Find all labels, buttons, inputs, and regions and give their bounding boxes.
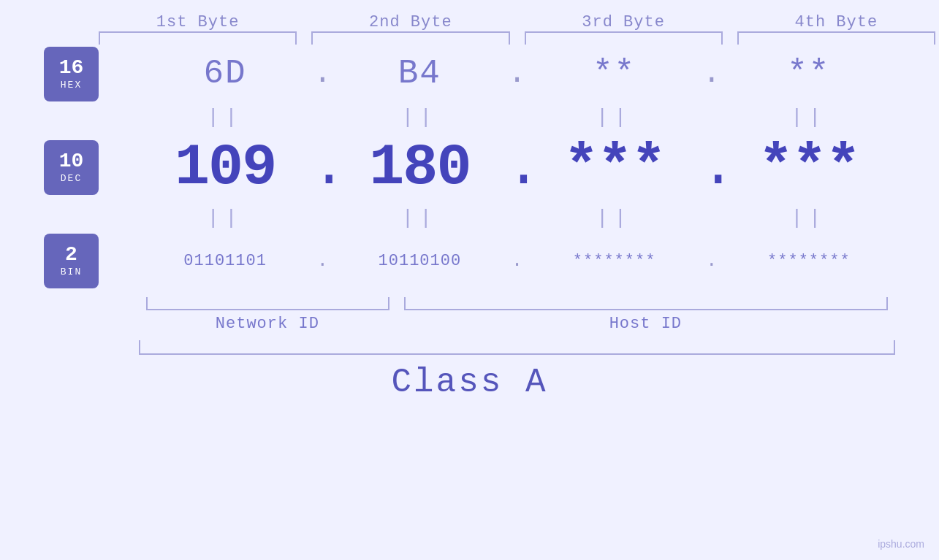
eq1-byte1: || bbox=[139, 106, 311, 129]
network-id-label: Network ID bbox=[146, 315, 389, 333]
dec-badge-base: DEC bbox=[61, 173, 82, 184]
bracket-byte2 bbox=[311, 31, 509, 45]
byte4-header: 4th Byte bbox=[730, 13, 939, 31]
bin-dot3: . bbox=[701, 250, 723, 272]
dec-row: 109 . 180 . *** . *** bbox=[139, 131, 895, 204]
bin-badge-base: BIN bbox=[61, 266, 82, 277]
eq2-byte3: || bbox=[528, 207, 701, 229]
eq2-byte4: || bbox=[723, 207, 895, 229]
bottom-section: Network ID Host ID Class A bbox=[44, 297, 895, 402]
hex-byte2: B4 bbox=[333, 55, 506, 93]
bin-byte4: ******** bbox=[723, 252, 895, 270]
byte3-header: 3rd Byte bbox=[517, 13, 730, 31]
dec-byte1: 109 bbox=[139, 134, 311, 201]
dec-dot2: . bbox=[506, 134, 528, 201]
hex-byte3: ** bbox=[528, 55, 701, 93]
byte2-header: 2nd Byte bbox=[304, 13, 517, 31]
dec-byte4: *** bbox=[723, 134, 895, 201]
dec-dot1: . bbox=[311, 134, 333, 201]
byte1-header: 1st Byte bbox=[91, 13, 304, 31]
dec-badge-num: 10 bbox=[59, 150, 84, 173]
class-label: Class A bbox=[44, 364, 895, 402]
dec-badge: 10 DEC bbox=[44, 140, 99, 195]
dec-byte3: *** bbox=[528, 134, 701, 201]
bracket-byte3 bbox=[525, 31, 723, 45]
eq2-byte2: || bbox=[333, 207, 506, 229]
byte-headers: 1st Byte 2nd Byte 3rd Byte 4th Byte bbox=[91, 13, 939, 31]
hex-spacer: 16 HEX bbox=[44, 45, 99, 103]
main-container: 1st Byte 2nd Byte 3rd Byte 4th Byte 16 H… bbox=[0, 0, 939, 560]
bottom-labels: Network ID Host ID bbox=[139, 315, 895, 333]
bracket-network bbox=[146, 297, 389, 310]
dec-byte2: 180 bbox=[333, 134, 506, 201]
hex-byte1: 6D bbox=[139, 55, 311, 93]
bin-spacer: 2 BIN bbox=[44, 231, 99, 290]
bin-row: 01101101 . 10110100 . ******** . *******… bbox=[139, 231, 895, 290]
full-bracket bbox=[139, 340, 895, 355]
hex-dot3: . bbox=[701, 56, 723, 91]
bin-badge: 2 BIN bbox=[44, 234, 99, 288]
data-rows: 16 HEX 10 DEC 2 BIN bbox=[44, 45, 895, 290]
equals-row-2: || || || || bbox=[139, 204, 895, 231]
watermark: ipshu.com bbox=[878, 538, 924, 550]
hex-badge: 16 HEX bbox=[44, 47, 99, 101]
hex-badge-base: HEX bbox=[61, 80, 82, 91]
eq1-byte3: || bbox=[528, 106, 701, 129]
data-column: 6D . B4 . ** . ** || || || || 109 bbox=[139, 45, 895, 290]
hex-row: 6D . B4 . ** . ** bbox=[139, 45, 895, 103]
eq1-byte4: || bbox=[723, 106, 895, 129]
bin-badge-num: 2 bbox=[65, 244, 77, 266]
dec-dot3: . bbox=[701, 134, 723, 201]
hex-byte4: ** bbox=[723, 55, 895, 93]
bin-byte3: ******** bbox=[528, 252, 701, 270]
bin-byte1: 01101101 bbox=[139, 252, 311, 270]
eq2-byte1: || bbox=[139, 207, 311, 229]
hex-dot2: . bbox=[506, 56, 528, 91]
bracket-host bbox=[404, 297, 888, 310]
top-bracket-row bbox=[91, 31, 939, 45]
bin-dot2: . bbox=[506, 250, 528, 272]
dec-spacer: 10 DEC bbox=[44, 131, 99, 204]
bracket-byte4 bbox=[737, 31, 935, 45]
bin-byte2: 10110100 bbox=[333, 252, 506, 270]
bin-dot1: . bbox=[311, 250, 333, 272]
bottom-brackets bbox=[139, 297, 895, 310]
equals-row-1: || || || || bbox=[139, 103, 895, 131]
hex-badge-num: 16 bbox=[59, 57, 84, 80]
label-column: 16 HEX 10 DEC 2 BIN bbox=[44, 45, 139, 290]
eq1-byte2: || bbox=[333, 106, 506, 129]
hex-dot1: . bbox=[311, 56, 333, 91]
bracket-byte1 bbox=[99, 31, 297, 45]
host-id-label: Host ID bbox=[403, 315, 888, 333]
